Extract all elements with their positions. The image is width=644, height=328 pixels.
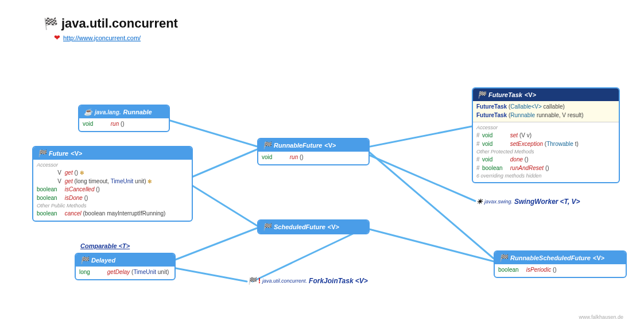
box-body: boolean isPeriodic () (495, 264, 626, 277)
box-header: 🏁 RunnableFuture <V> (258, 139, 368, 152)
svg-line-0 (161, 118, 257, 146)
method-row: long getDelay (TimeUnit unit) (79, 268, 171, 277)
method-row: void run () (83, 120, 165, 129)
type-param: <V> (324, 142, 336, 149)
class-name: Runnable (123, 109, 152, 115)
box-header: 🏁 ScheduledFuture <V> (258, 221, 368, 233)
class-box-future: 🏁 Future <V> Accessor V get () ✻ V get (… (32, 146, 193, 222)
flag-icon: 🏁 (263, 223, 271, 231)
class-name: RunnableScheduledFuture (510, 254, 591, 261)
method-row: boolean cancel (boolean mayInterruptIfRu… (37, 210, 188, 218)
class-box-delayed: 🏁 Delayed long getDelay (TimeUnit unit) (75, 253, 176, 280)
class-box-futuretask: 🏁 FutureTask <V> FutureTask (Callable<V>… (472, 87, 620, 183)
hidden-note: 6 overriding methods hidden (476, 172, 615, 180)
bang-icon: ! (258, 277, 261, 285)
box-body: Accessor V get () ✻ V get (long timeout,… (33, 160, 192, 221)
site-link[interactable]: http://www.jconcurrent.com/ (63, 34, 141, 41)
class-name: ScheduledFuture (274, 223, 325, 230)
link-row: ❤ http://www.jconcurrent.com/ (54, 33, 141, 42)
method-row: boolean isCancelled () (37, 186, 188, 194)
method-row: boolean isPeriodic () (498, 266, 622, 275)
class-box-scheduledfuture: 🏁 ScheduledFuture <V> (257, 219, 370, 234)
sun-icon: ☀ (476, 198, 483, 206)
type-param: <V> (593, 254, 604, 261)
flag-icon: 🏁 (263, 141, 271, 149)
method-row: V get () ✻ (37, 169, 188, 177)
class-box-runnablefuture: 🏁 RunnableFuture <V> void run () (257, 138, 370, 165)
method-body: Accessor #void set (V v) #void setExcept… (473, 122, 619, 182)
svg-line-6 (164, 228, 257, 264)
class-box-rsf: 🏁 RunnableScheduledFuture <V> boolean is… (494, 250, 627, 278)
type-param: <V> (355, 277, 368, 285)
flag-icon: 🏁 (499, 254, 508, 262)
constructor-body: FutureTask (Callable<V> callable) Future… (473, 101, 619, 122)
heart-icon: ❤ (54, 33, 60, 42)
box-body: void run () (79, 118, 169, 131)
flag-icon: 🏁 (248, 277, 257, 285)
package-label: javax.swing. (484, 199, 513, 204)
box-header: 🏁 Delayed (76, 254, 174, 267)
box-header: 🏁 Future <V> (33, 147, 192, 160)
box-header: 🏁 RunnableScheduledFuture <V> (495, 252, 626, 264)
svg-line-8 (253, 227, 367, 281)
type-param: <T, V> (560, 198, 580, 206)
method-row: #void done () (476, 156, 615, 164)
type-param: <V> (525, 91, 536, 98)
method-row: #boolean runAndReset () (476, 164, 615, 173)
flag-icon: 🏁 (38, 149, 46, 157)
class-name: FutureTask (488, 91, 522, 98)
package-label: java.lang. (95, 109, 121, 115)
comparable-label[interactable]: Comparable <T> (80, 242, 130, 249)
section-label: Accessor (37, 161, 188, 169)
method-row: void run () (262, 153, 365, 162)
svg-line-7 (360, 227, 494, 261)
section-label: Accessor (476, 124, 615, 132)
svg-line-9 (164, 266, 247, 281)
box-body: long getDelay (TimeUnit unit) (76, 267, 174, 279)
box-header: ☕ java.lang.Runnable (79, 106, 169, 118)
constructor-row: FutureTask (Runnable runnable, V result) (476, 111, 615, 120)
box-body: void run () (258, 152, 368, 164)
footer-credit: www.falkhausen.de (579, 314, 623, 320)
java-cup-icon: ☕ (84, 108, 92, 116)
constructor-row: FutureTask (Callable<V> callable) (476, 103, 615, 111)
section-label: Other Protected Methods (476, 148, 615, 156)
method-row: #void set (V v) (476, 132, 615, 140)
page-title: java.util.concurrent (61, 16, 178, 31)
forkjointask-label[interactable]: 🏁 ! java.util.concurrent.ForkJoinTask <V… (248, 277, 368, 285)
svg-line-5 (189, 184, 257, 226)
flag-icon: 🏁 (44, 17, 58, 30)
method-row: V get (long timeout, TimeUnit unit) ✻ (37, 177, 188, 186)
type-param: <V> (328, 223, 339, 230)
method-row: #void setException (Throwable t) (476, 140, 615, 149)
box-header: 🏁 FutureTask <V> (473, 88, 619, 101)
flag-icon: 🏁 (478, 91, 486, 99)
class-name: Delayed (91, 257, 115, 264)
page-title-row: 🏁 java.util.concurrent (44, 16, 178, 31)
class-name: Future (49, 150, 68, 157)
type-param: <V> (71, 150, 82, 157)
section-label: Other Public Methods (37, 202, 188, 210)
class-box-runnable: ☕ java.lang.Runnable void run () (78, 105, 170, 132)
flag-icon: 🏁 (80, 256, 89, 264)
swingworker-label[interactable]: ☀ javax.swing.SwingWorker <T, V> (476, 198, 580, 206)
svg-line-2 (356, 126, 472, 149)
class-name: SwingWorker (514, 198, 558, 206)
class-name: RunnableFuture (274, 142, 322, 149)
class-name: ForkJoinTask (309, 277, 354, 285)
svg-line-3 (356, 149, 475, 201)
package-label: java.util.concurrent. (262, 278, 307, 284)
method-row: boolean isDone () (37, 194, 188, 203)
svg-line-1 (189, 149, 257, 178)
